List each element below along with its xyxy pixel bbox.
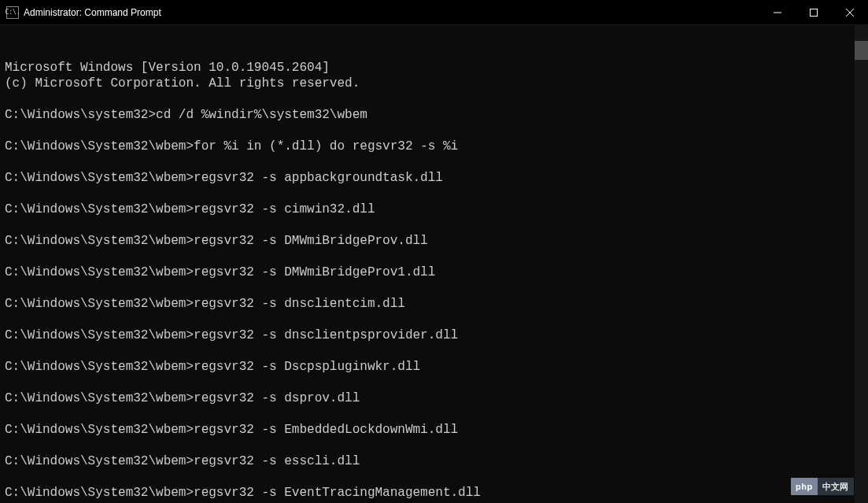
maximize-button[interactable] (796, 0, 832, 24)
terminal-body[interactable]: Microsoft Windows [Version 10.0.19045.26… (0, 25, 868, 503)
terminal-line (5, 343, 863, 359)
scrollbar-track[interactable] (855, 25, 868, 503)
terminal-output: Microsoft Windows [Version 10.0.19045.26… (5, 60, 863, 503)
terminal-line (5, 280, 863, 296)
terminal-line: C:\Windows\System32\wbem>regsvr32 -s app… (5, 170, 863, 186)
terminal-line: C:\Windows\System32\wbem>regsvr32 -s Emb… (5, 422, 863, 438)
terminal-line (5, 249, 863, 264)
terminal-line (5, 217, 863, 233)
terminal-line (5, 123, 863, 139)
watermark: php 中文网 (791, 478, 854, 495)
close-icon (846, 9, 854, 17)
terminal-line: C:\Windows\System32\wbem>regsvr32 -s Eve… (5, 485, 863, 501)
minimize-icon (774, 9, 781, 17)
terminal-line (5, 406, 863, 422)
terminal-line: C:\Windows\System32\wbem>regsvr32 -s DMW… (5, 264, 863, 280)
terminal-line: Microsoft Windows [Version 10.0.19045.26… (5, 60, 863, 76)
terminal-line: C:\Windows\System32\wbem>regsvr32 -s dns… (5, 296, 863, 312)
terminal-line: (c) Microsoft Corporation. All rights re… (5, 76, 863, 91)
terminal-line: C:\Windows\System32\wbem>regsvr32 -s dsp… (5, 390, 863, 406)
terminal-line (5, 91, 863, 107)
terminal-line: C:\Windows\system32>cd /d %windir%\syste… (5, 107, 863, 123)
terminal-line: C:\Windows\System32\wbem>for %i in (*.dl… (5, 139, 863, 154)
watermark-right: 中文网 (818, 478, 854, 495)
close-button[interactable] (832, 0, 868, 24)
window-title: Administrator: Command Prompt (24, 7, 161, 18)
terminal-line (5, 438, 863, 453)
svg-rect-1 (811, 9, 818, 16)
titlebar-left: C:\. Administrator: Command Prompt (0, 6, 161, 19)
terminal-line (5, 154, 863, 170)
cmd-icon: C:\. (6, 6, 19, 19)
window-controls (759, 0, 868, 24)
maximize-icon (810, 9, 818, 17)
terminal-line (5, 312, 863, 327)
terminal-line (5, 375, 863, 390)
watermark-left: php (791, 478, 818, 495)
terminal-line: C:\Windows\System32\wbem>regsvr32 -s Dsc… (5, 359, 863, 375)
terminal-line: C:\Windows\System32\wbem>regsvr32 -s DMW… (5, 233, 863, 249)
minimize-button[interactable] (759, 0, 796, 24)
terminal-line (5, 186, 863, 202)
terminal-line: C:\Windows\System32\wbem>regsvr32 -s cim… (5, 202, 863, 217)
titlebar: C:\. Administrator: Command Prompt (0, 0, 868, 25)
scrollbar-thumb[interactable] (855, 41, 868, 60)
terminal-line (5, 469, 863, 485)
terminal-line: C:\Windows\System32\wbem>regsvr32 -s ess… (5, 453, 863, 469)
terminal-line: C:\Windows\System32\wbem>regsvr32 -s dns… (5, 327, 863, 343)
